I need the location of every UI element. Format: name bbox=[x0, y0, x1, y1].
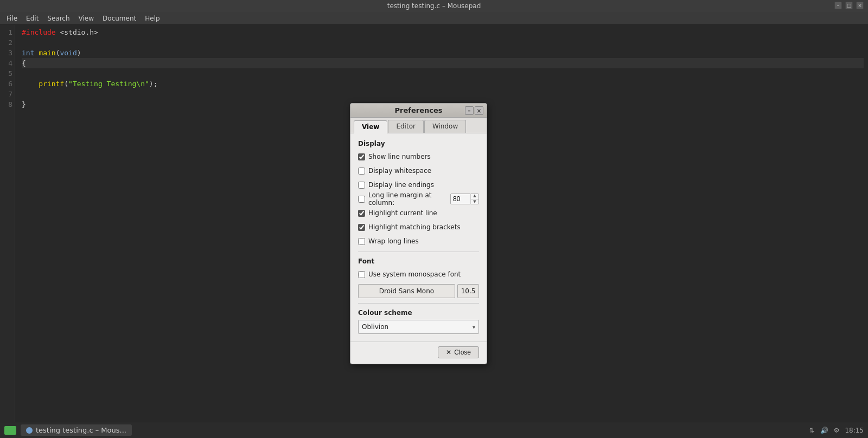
dialog-title: Preferences bbox=[395, 106, 443, 114]
font-picker-row: Droid Sans Mono 10.5 bbox=[358, 284, 479, 299]
show-line-numbers-row: Show line numbers bbox=[358, 151, 479, 163]
wrap-long-lines-checkbox[interactable] bbox=[358, 238, 365, 245]
use-system-monospace-checkbox[interactable] bbox=[358, 271, 365, 278]
display-whitespace-label: Display whitespace bbox=[368, 167, 431, 175]
use-system-monospace-label: Use system monospace font bbox=[368, 270, 461, 278]
tab-window[interactable]: Window bbox=[424, 120, 466, 133]
highlight-current-line-row: Highlight current line bbox=[358, 207, 479, 219]
highlight-current-line-label: Highlight current line bbox=[368, 209, 437, 217]
long-line-margin-checkbox[interactable] bbox=[358, 196, 365, 203]
highlight-matching-brackets-row: Highlight matching brackets bbox=[358, 221, 479, 233]
display-section-header: Display bbox=[358, 140, 479, 147]
chevron-down-icon: ▾ bbox=[473, 324, 475, 330]
tab-view[interactable]: View bbox=[354, 120, 387, 133]
spinner-down[interactable]: ▼ bbox=[471, 199, 478, 205]
highlight-current-line-checkbox[interactable] bbox=[358, 210, 365, 217]
colour-scheme-header: Colour scheme bbox=[358, 309, 479, 317]
font-size-button[interactable]: 10.5 bbox=[457, 284, 479, 298]
use-system-monospace-row: Use system monospace font bbox=[358, 268, 479, 280]
colour-scheme-dropdown[interactable]: Oblivion ▾ bbox=[358, 320, 479, 334]
show-line-numbers-checkbox[interactable] bbox=[358, 153, 365, 160]
long-line-margin-spinner[interactable]: ▲ ▼ bbox=[450, 194, 479, 204]
display-line-endings-row: Display line endings bbox=[358, 179, 479, 191]
close-icon: ✕ bbox=[446, 349, 451, 356]
colour-scheme-section: Colour scheme Oblivion ▾ bbox=[358, 303, 479, 334]
display-line-endings-checkbox[interactable] bbox=[358, 182, 365, 189]
font-section: Font Use system monospace font Droid San… bbox=[358, 252, 479, 299]
dialog-tabs: View Editor Window bbox=[350, 118, 487, 133]
dialog-close-x-button[interactable]: × bbox=[475, 106, 483, 115]
dialog-footer: ✕ Close bbox=[350, 342, 487, 364]
display-whitespace-checkbox[interactable] bbox=[358, 168, 365, 175]
dialog-titlebar: Preferences – × bbox=[350, 104, 487, 118]
dialog-content: Display Show line numbers Display whites… bbox=[350, 133, 487, 339]
close-button[interactable]: ✕ Close bbox=[438, 346, 479, 358]
long-line-margin-row: Long line margin at column: ▲ ▼ bbox=[358, 193, 479, 205]
font-name-button[interactable]: Droid Sans Mono bbox=[358, 284, 455, 298]
highlight-matching-brackets-checkbox[interactable] bbox=[358, 224, 365, 231]
font-section-header: Font bbox=[358, 257, 479, 265]
wrap-long-lines-row: Wrap long lines bbox=[358, 235, 479, 247]
long-line-margin-label: Long line margin at column: bbox=[368, 191, 447, 207]
preferences-dialog: Preferences – × View Editor Window Displ… bbox=[350, 103, 487, 364]
tab-editor[interactable]: Editor bbox=[388, 120, 424, 133]
spinner-up[interactable]: ▲ bbox=[471, 194, 478, 199]
colour-scheme-value: Oblivion bbox=[362, 323, 473, 331]
show-line-numbers-label: Show line numbers bbox=[368, 153, 431, 160]
dialog-overlay: Preferences – × View Editor Window Displ… bbox=[0, 0, 868, 438]
display-whitespace-row: Display whitespace bbox=[358, 165, 479, 177]
display-line-endings-label: Display line endings bbox=[368, 181, 434, 189]
close-label: Close bbox=[454, 349, 471, 356]
spinner-arrows: ▲ ▼ bbox=[470, 194, 478, 204]
highlight-matching-brackets-label: Highlight matching brackets bbox=[368, 223, 461, 231]
long-line-margin-input[interactable] bbox=[451, 195, 470, 203]
wrap-long-lines-label: Wrap long lines bbox=[368, 237, 419, 245]
dialog-minimize-button[interactable]: – bbox=[465, 106, 474, 115]
